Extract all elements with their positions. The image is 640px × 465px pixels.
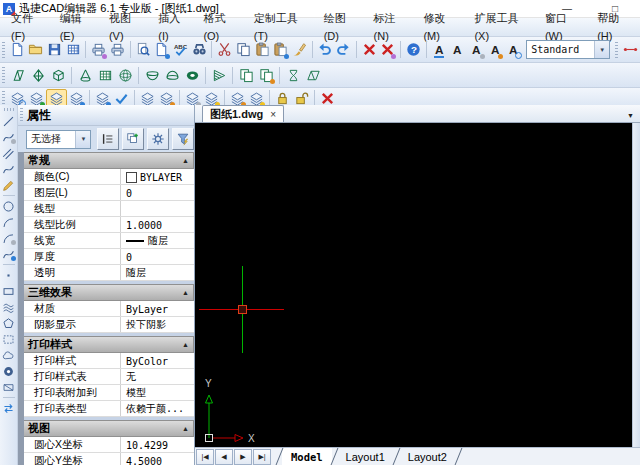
filter-button[interactable] [172, 128, 194, 150]
property-value[interactable]: 随层 [121, 233, 194, 248]
section-header[interactable]: 常规▲ [24, 152, 194, 169]
section-header[interactable]: 视图▲ [24, 420, 194, 437]
copy-button[interactable] [234, 40, 253, 60]
layout-tab-layout2[interactable]: Layout2 [399, 448, 456, 465]
find-text-button[interactable] [504, 40, 523, 60]
vertical-scrollbar[interactable] [632, 123, 640, 447]
arc-button[interactable] [1, 214, 17, 230]
edit-text-button[interactable] [486, 40, 505, 60]
collapse-arrow-icon[interactable]: ▲ [182, 289, 189, 296]
property-value[interactable]: 随层 [121, 265, 194, 280]
open-button[interactable] [26, 40, 45, 60]
property-value[interactable]: ByLayer [121, 301, 194, 316]
multiline-text-button[interactable] [467, 40, 486, 60]
section-header[interactable]: 三维效果▲ [24, 284, 194, 301]
mesh-button[interactable] [95, 65, 115, 85]
box-surface-button[interactable] [48, 65, 68, 85]
ruled-surface-button[interactable] [209, 65, 229, 85]
text-style-button[interactable] [430, 40, 449, 60]
spline-button[interactable] [1, 129, 17, 145]
layout-tab-layout1[interactable]: Layout1 [337, 448, 394, 465]
circle-button[interactable] [1, 198, 17, 214]
ellipse-arc-button[interactable] [1, 230, 17, 246]
dish-button[interactable] [142, 65, 162, 85]
layout-tab-model[interactable]: Model [282, 448, 332, 465]
property-value[interactable]: 0 [121, 249, 194, 264]
erase-button[interactable] [360, 40, 379, 60]
toolbar-grip[interactable] [2, 67, 5, 83]
panel-grip[interactable] [20, 108, 23, 122]
tabulated-surface-button[interactable] [256, 65, 276, 85]
sketch-button[interactable] [1, 177, 17, 193]
toolbar-grip[interactable] [615, 42, 618, 58]
helix-button[interactable] [1, 299, 17, 315]
quick-select-button[interactable] [122, 128, 144, 150]
paste-button[interactable] [253, 40, 272, 60]
multiline-button[interactable] [1, 145, 17, 161]
collapse-arrow-icon[interactable]: ▲ [182, 425, 189, 432]
sphere-button[interactable] [115, 65, 135, 85]
text-button[interactable] [448, 40, 467, 60]
property-value[interactable] [121, 201, 194, 216]
pyramid-button[interactable] [28, 65, 48, 85]
last-layout-button[interactable]: ▶| [253, 449, 271, 465]
spell-check-button[interactable] [171, 40, 190, 60]
undo-button[interactable] [316, 40, 335, 60]
print-view-button[interactable] [152, 40, 171, 60]
dome-button[interactable] [162, 65, 182, 85]
redo-button[interactable] [334, 40, 353, 60]
prev-layout-button[interactable]: ◀ [215, 449, 233, 465]
rectangle-button[interactable] [1, 283, 17, 299]
planar-surface-button[interactable] [303, 65, 323, 85]
property-value[interactable]: 依赖于颜... [121, 401, 194, 416]
cone-button[interactable] [75, 65, 95, 85]
toggle-pickadd-button[interactable] [97, 128, 119, 150]
torus-button[interactable] [182, 65, 202, 85]
layout-grid-button[interactable] [64, 40, 83, 60]
property-value[interactable]: 0 [121, 185, 194, 200]
point-button[interactable] [1, 267, 17, 283]
close-icon[interactable]: × [270, 109, 276, 120]
find-button[interactable] [190, 40, 209, 60]
new-file-button[interactable] [8, 40, 27, 60]
wipeout-button[interactable] [1, 379, 17, 395]
dimension-style-button[interactable] [621, 40, 640, 60]
collapse-arrow-icon[interactable]: ▲ [182, 157, 189, 164]
edge-surface-button[interactable] [236, 65, 256, 85]
document-tab[interactable]: 图纸1.dwg × [202, 105, 284, 122]
donut-button[interactable] [1, 363, 17, 379]
print-to-file-button[interactable] [89, 40, 108, 60]
swap-view-button[interactable] [1, 400, 17, 416]
first-layout-button[interactable]: |◀ [196, 449, 214, 465]
revolved-surface-button[interactable] [283, 65, 303, 85]
collapse-arrow-icon[interactable]: ▲ [182, 341, 189, 348]
erase-special-button[interactable] [379, 40, 398, 60]
section-header[interactable]: 打印样式▲ [24, 336, 194, 353]
print-button[interactable] [108, 40, 127, 60]
polygon-button[interactable] [1, 315, 17, 331]
format-painter-button[interactable] [290, 40, 309, 60]
save-button[interactable] [45, 40, 64, 60]
property-value[interactable]: 4.5000 [121, 453, 194, 465]
chevron-down-icon[interactable]: ▼ [594, 41, 609, 58]
property-value[interactable]: ByColor [121, 353, 194, 368]
property-value[interactable]: 投下阴影 [121, 317, 194, 332]
revision-cloud-button[interactable] [1, 347, 17, 363]
line-button[interactable] [1, 113, 17, 129]
property-value[interactable]: 模型 [121, 385, 194, 400]
toolbar-grip[interactable] [4, 108, 14, 111]
select-objects-button[interactable] [147, 128, 169, 150]
tab-overflow-button[interactable]: ▼ [627, 112, 634, 119]
toolbar-grip[interactable] [2, 42, 5, 58]
print-preview-button[interactable] [134, 40, 153, 60]
next-layout-button[interactable]: ▶ [234, 449, 252, 465]
wedge-surface-button[interactable] [8, 65, 28, 85]
paste-special-button[interactable] [271, 40, 290, 60]
property-value[interactable]: BYLAYER [121, 169, 194, 184]
chevron-down-icon[interactable]: ▼ [75, 131, 90, 148]
cut-button[interactable] [215, 40, 234, 60]
drawing-canvas[interactable]: Y X [195, 123, 632, 447]
region-button[interactable] [1, 331, 17, 347]
property-value[interactable]: 10.4299 [121, 437, 194, 452]
property-value[interactable]: 无 [121, 369, 194, 384]
